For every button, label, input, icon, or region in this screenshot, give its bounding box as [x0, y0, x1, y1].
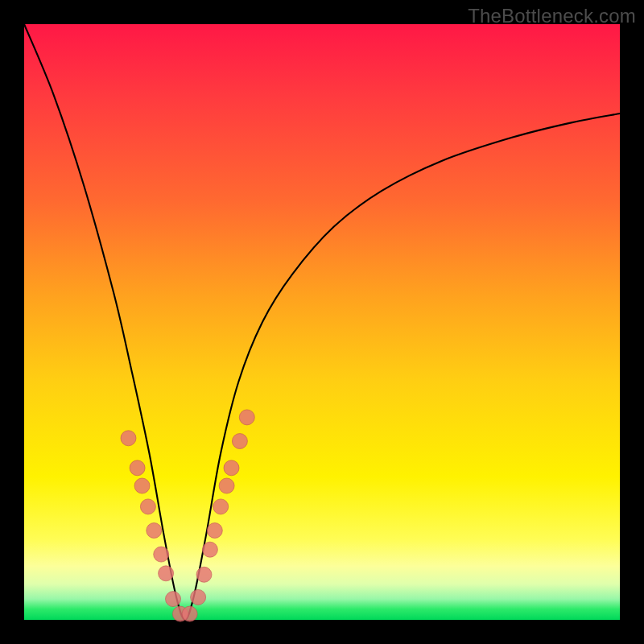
bead	[134, 478, 150, 493]
bead	[147, 523, 162, 539]
bead	[202, 542, 217, 557]
bead	[239, 410, 254, 425]
bead	[140, 499, 155, 514]
bead	[121, 431, 136, 446]
bead	[196, 567, 212, 582]
bead	[224, 460, 239, 476]
bottleneck-curve	[24, 24, 620, 620]
bead	[166, 592, 181, 607]
bead	[159, 566, 174, 581]
curve-layer	[24, 24, 620, 620]
bead	[232, 434, 247, 449]
sample-beads	[121, 410, 254, 621]
bead	[213, 499, 229, 514]
chart-frame: TheBottleneck.com	[0, 0, 644, 644]
bead	[154, 547, 169, 562]
bead	[182, 606, 197, 621]
bead	[191, 589, 206, 605]
bead	[219, 478, 234, 493]
plot-area	[24, 24, 620, 620]
bead	[130, 460, 145, 476]
bead	[207, 523, 222, 539]
